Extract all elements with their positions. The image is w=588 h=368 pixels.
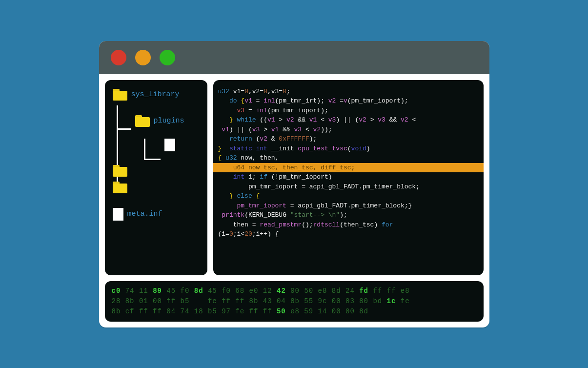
tree-label: meta.inf — [127, 210, 162, 218]
file-icon — [164, 139, 175, 151]
minimize-icon[interactable] — [135, 50, 151, 65]
hex-row: c0 74 11 89 45 f0 8d 45 f0 68 e0 12 42 0… — [112, 286, 477, 296]
tree-item-meta-inf[interactable]: meta.inf — [113, 208, 202, 221]
folder-icon — [113, 182, 127, 193]
file-icon — [113, 208, 123, 221]
tree-item-folder[interactable] — [113, 165, 202, 177]
tree-item-folder[interactable] — [113, 182, 202, 193]
hex-row: 28 8b 01 00 ff b5 fe ff ff 8b 43 04 8b 5… — [112, 296, 477, 307]
code-editor-window: sys_library plugins — [99, 41, 489, 327]
code-editor[interactable]: u32 v1=0,v2=0,v3=0; do {v1 = inl(pm_tmr_… — [213, 80, 484, 275]
hex-row: 8b cf ff ff 04 74 18 b5 97 fe ff ff 50 e… — [112, 307, 477, 317]
highlighted-line: u64 now tsc, then_tsc, diff_tsc; — [213, 163, 484, 173]
file-tree-sidebar: sys_library plugins — [105, 80, 207, 275]
tree-label: sys_library — [131, 90, 180, 99]
content-area: sys_library plugins — [99, 74, 489, 281]
maximize-icon[interactable] — [160, 50, 175, 65]
folder-icon — [113, 165, 127, 177]
close-icon[interactable] — [111, 50, 126, 65]
folder-icon — [135, 115, 150, 127]
tree-item-file[interactable] — [164, 139, 202, 151]
hex-panel: c0 74 11 89 45 f0 8d 45 f0 68 e0 12 42 0… — [105, 281, 484, 322]
tree-label: plugins — [154, 117, 184, 125]
tree-item-sys-library[interactable]: sys_library — [113, 89, 202, 101]
titlebar — [99, 41, 489, 74]
folder-icon — [113, 89, 127, 101]
tree-item-plugins[interactable]: plugins — [135, 115, 202, 127]
